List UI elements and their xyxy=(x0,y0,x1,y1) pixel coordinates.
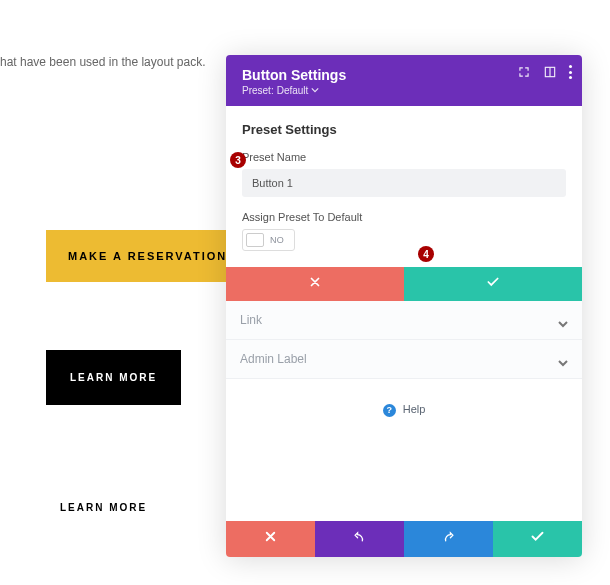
section-admin-label-text: Admin Label xyxy=(240,352,307,366)
preset-dropdown[interactable]: Preset: Default xyxy=(242,85,566,96)
more-icon[interactable] xyxy=(569,65,572,79)
assign-default-label: Assign Preset To Default xyxy=(242,211,566,223)
preset-confirm-bar xyxy=(226,267,582,301)
chevron-down-icon xyxy=(311,85,319,96)
help-label: Help xyxy=(403,403,426,415)
preset-label: Preset: xyxy=(242,85,274,96)
step-marker-3: 3 xyxy=(230,152,246,168)
learn-more-plain-button[interactable]: LEARN MORE xyxy=(60,502,147,513)
footer-redo-button[interactable] xyxy=(404,521,493,557)
assign-default-toggle[interactable]: NO xyxy=(242,229,295,251)
section-admin-label[interactable]: Admin Label xyxy=(226,340,582,379)
undo-icon xyxy=(352,529,367,548)
preset-settings-heading: Preset Settings xyxy=(242,122,566,137)
preset-settings-card: Preset Settings Preset Name Assign Prese… xyxy=(226,106,582,267)
background-description: hat have been used in the layout pack. xyxy=(0,55,205,69)
chevron-down-icon xyxy=(558,354,568,364)
preset-cancel-button[interactable] xyxy=(226,267,404,301)
button-settings-panel: Button Settings Preset: Default er Prese… xyxy=(226,55,582,557)
preset-confirm-button[interactable] xyxy=(404,267,582,301)
toggle-state: NO xyxy=(270,235,284,245)
footer-undo-button[interactable] xyxy=(315,521,404,557)
grid-icon[interactable] xyxy=(543,65,557,79)
panel-footer xyxy=(226,521,582,557)
check-icon xyxy=(530,529,545,548)
help-icon: ? xyxy=(383,404,396,417)
panel-header: Button Settings Preset: Default xyxy=(226,55,582,106)
section-link-label: Link xyxy=(240,313,262,327)
check-icon xyxy=(486,275,500,293)
preset-value: Default xyxy=(277,85,309,96)
close-icon xyxy=(308,275,322,293)
step-marker-4: 4 xyxy=(418,246,434,262)
redo-icon xyxy=(441,529,456,548)
preset-name-label: Preset Name xyxy=(242,151,566,163)
make-reservation-button[interactable]: MAKE A RESERVATION xyxy=(46,230,249,282)
toggle-box-icon xyxy=(246,233,264,247)
expand-icon[interactable] xyxy=(517,65,531,79)
footer-save-button[interactable] xyxy=(493,521,582,557)
close-icon xyxy=(263,529,278,548)
preset-name-input[interactable] xyxy=(242,169,566,197)
footer-cancel-button[interactable] xyxy=(226,521,315,557)
chevron-down-icon xyxy=(558,315,568,325)
learn-more-button[interactable]: LEARN MORE xyxy=(46,350,181,405)
section-link[interactable]: Link xyxy=(226,301,582,340)
